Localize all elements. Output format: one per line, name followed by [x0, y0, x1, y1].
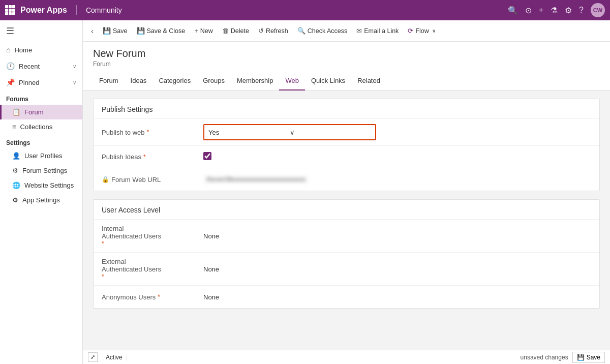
required-star-3: * [102, 240, 104, 247]
help-icon[interactable]: ? [579, 6, 584, 15]
forum-icon: 📋 [12, 108, 20, 116]
status-save-label: Save [587, 354, 600, 361]
sidebar-item-pinned[interactable]: 📌 Pinned ∨ [0, 74, 82, 90]
tab-quick-links[interactable]: Quick Links [305, 72, 351, 90]
save-close-label: Save & Close [147, 27, 186, 35]
hamburger-menu-button[interactable]: ☰ [0, 20, 82, 42]
settings-section-header: Settings [0, 134, 82, 148]
tab-ideas[interactable]: Ideas [125, 72, 153, 90]
sidebar-item-user-profiles[interactable]: 👤 User Profiles [0, 148, 82, 163]
sidebar: ☰ ⌂ Home 🕐 Recent ∨ 📌 Pinned ∨ Forums 📋 … [0, 20, 83, 364]
back-button[interactable]: ‹ [87, 24, 98, 37]
required-star-5: * [158, 293, 160, 300]
sidebar-item-recent[interactable]: 🕐 Recent ∨ [0, 58, 82, 74]
tab-forum[interactable]: Forum [93, 72, 125, 90]
save-label: Save [113, 27, 128, 35]
home-icon: ⌂ [6, 46, 10, 54]
forum-web-url-row: 🔒 Forum Web URL /forum/38xxxxxxxxxxxxxxx… [94, 168, 599, 191]
save-icon: 💾 [103, 27, 111, 35]
page-title: New Forum [93, 48, 600, 59]
tab-membership[interactable]: Membership [231, 72, 280, 90]
tab-web[interactable]: Web [279, 72, 305, 90]
status-save-icon: 💾 [577, 354, 585, 361]
forums-section-header: Forums [0, 90, 82, 105]
unsaved-changes-text: unsaved changes [521, 354, 568, 361]
internal-auth-text: None [203, 232, 219, 240]
new-button[interactable]: + New [190, 24, 217, 37]
search-icon[interactable]: 🔍 [508, 6, 518, 15]
filter-icon[interactable]: ⚗ [551, 6, 558, 15]
tab-related[interactable]: Related [351, 72, 386, 90]
email-link-label: Email a Link [364, 27, 399, 35]
check-access-button[interactable]: 🔍 Check Access [293, 24, 352, 37]
sidebar-item-collections-label: Collections [20, 123, 53, 131]
sidebar-item-forum-settings[interactable]: ⚙ Forum Settings [0, 163, 82, 178]
refresh-label: Refresh [266, 27, 288, 35]
check-access-label: Check Access [308, 27, 348, 35]
url-text: /forum/38xxxxxxxxxxxxxxxxxxxxxxxx [203, 175, 309, 184]
status-badge: Active [102, 354, 127, 361]
waffle-menu-icon[interactable] [5, 5, 15, 15]
publish-ideas-control [203, 152, 591, 162]
lock-icon: 🔒 [102, 176, 109, 183]
publish-to-web-dropdown[interactable]: Yes ∨ [203, 124, 376, 140]
refresh-button[interactable]: ↺ Refresh [254, 24, 292, 37]
flow-icon: ⟳ [408, 27, 413, 35]
publish-settings-header: Publish Settings [94, 99, 599, 119]
sidebar-item-forum-settings-label: Forum Settings [22, 167, 67, 174]
publish-ideas-row: Publish Ideas * [94, 146, 599, 168]
publish-to-web-row: Publish to web * Yes ∨ [94, 119, 599, 146]
internal-auth-label: Internal Authenticated Users * [102, 225, 203, 247]
user-profiles-icon: 👤 [12, 152, 20, 160]
delete-button[interactable]: 🗑 Delete [218, 24, 253, 37]
publish-to-web-value: Yes [208, 129, 290, 136]
sidebar-item-home[interactable]: ⌂ Home [0, 42, 82, 58]
save-close-icon: 💾 [137, 27, 145, 35]
status-bar: ⤢ Active unsaved changes 💾 Save [83, 350, 610, 364]
flow-dropdown-icon[interactable]: ∨ [432, 28, 436, 34]
user-access-card: User Access Level Internal Authenticated… [93, 199, 600, 309]
anonymous-users-row: Anonymous Users * None [94, 286, 599, 308]
status-bar-save-button[interactable]: 💾 Save [572, 352, 605, 363]
external-auth-text: None [203, 265, 219, 273]
save-button[interactable]: 💾 Save [99, 24, 132, 37]
pinned-icon: 📌 [6, 78, 15, 86]
dropdown-arrow-icon: ∨ [290, 129, 371, 136]
settings-icon[interactable]: ⚙ [565, 6, 572, 15]
required-star-2: * [143, 154, 146, 161]
flow-label: Flow [415, 27, 429, 35]
publish-to-web-control: Yes ∨ [203, 124, 591, 140]
url-display: /forum/38xxxxxxxxxxxxxxxxxxxxxxxx [203, 175, 591, 184]
add-icon[interactable]: + [539, 6, 543, 15]
sidebar-item-website-settings[interactable]: 🌐 Website Settings [0, 178, 82, 193]
main-content: ‹ 💾 Save 💾 Save & Close + New 🗑 Delete ↺… [83, 20, 610, 364]
avatar[interactable]: CW [591, 3, 605, 17]
collections-icon: ≡ [12, 123, 16, 131]
status-icon[interactable]: ⊙ [525, 6, 532, 15]
sidebar-item-app-settings[interactable]: ⚙ App Settings [0, 193, 82, 207]
pinned-chevron-icon: ∨ [73, 80, 76, 85]
tab-categories[interactable]: Categories [152, 72, 197, 90]
expand-button[interactable]: ⤢ [88, 352, 98, 362]
internal-auth-value: None [203, 232, 591, 240]
required-star-4: * [102, 273, 104, 280]
publish-to-web-label: Publish to web * [102, 129, 203, 136]
sidebar-item-collections[interactable]: ≡ Collections [0, 119, 82, 134]
tab-groups[interactable]: Groups [197, 72, 231, 90]
delete-label: Delete [231, 27, 249, 35]
save-close-button[interactable]: 💾 Save & Close [133, 24, 190, 37]
status-right: unsaved changes 💾 Save [521, 352, 605, 363]
sidebar-item-recent-label: Recent [19, 63, 40, 70]
sidebar-item-forum[interactable]: 📋 Forum [0, 105, 82, 119]
internal-auth-row: Internal Authenticated Users * None [94, 220, 599, 253]
sidebar-item-website-settings-label: Website Settings [24, 181, 74, 189]
external-auth-value: None [203, 265, 591, 273]
website-settings-icon: 🌐 [12, 181, 20, 189]
publish-ideas-checkbox[interactable] [203, 152, 211, 160]
email-link-button[interactable]: ✉ Email a Link [352, 24, 403, 37]
required-star: * [147, 129, 149, 136]
flow-button[interactable]: ⟳ Flow ∨ [404, 24, 439, 37]
check-access-icon: 🔍 [297, 27, 306, 35]
sidebar-item-user-profiles-label: User Profiles [24, 152, 62, 160]
app-settings-icon: ⚙ [12, 196, 18, 204]
